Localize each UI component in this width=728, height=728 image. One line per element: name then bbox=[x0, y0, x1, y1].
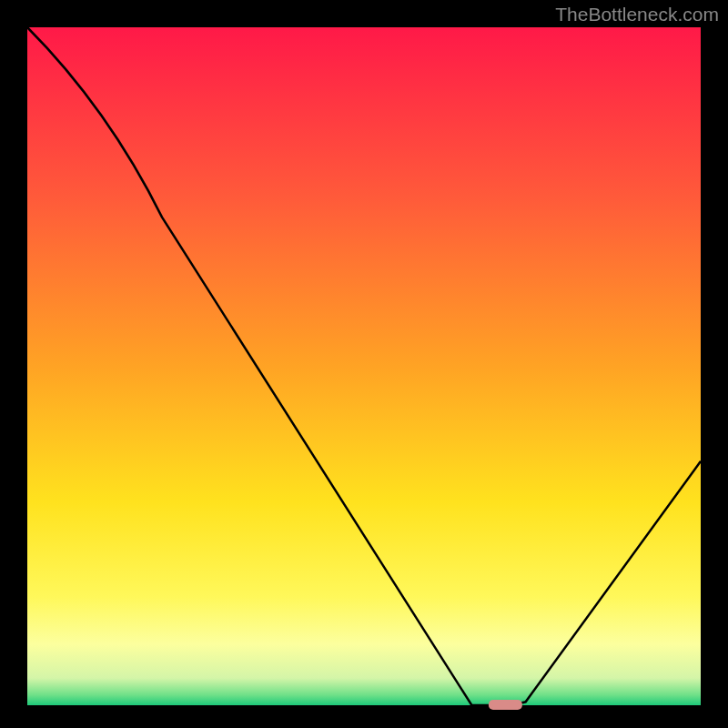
watermark-text: TheBottleneck.com bbox=[555, 4, 719, 25]
optimal-marker bbox=[489, 700, 522, 710]
plot-background bbox=[27, 27, 701, 705]
chart-container: TheBottleneck.com bbox=[0, 0, 728, 728]
chart-svg bbox=[0, 0, 728, 728]
